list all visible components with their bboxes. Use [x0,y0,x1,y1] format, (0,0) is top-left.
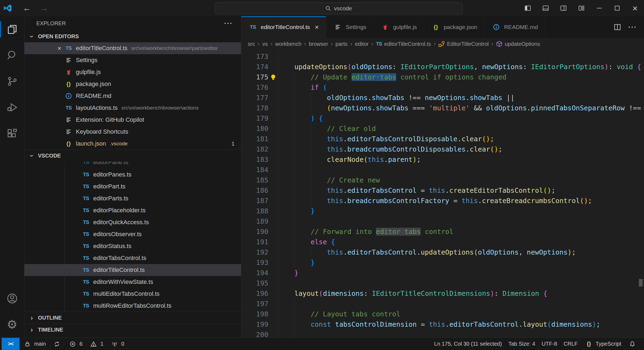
open-editor-item[interactable]: README.md [24,90,241,102]
open-editor-item[interactable]: ×TSeditorTitleControl.tssrc\vs\workbench… [24,42,241,54]
line-number[interactable]: 184 [241,165,268,175]
status-error[interactable]: 6 [65,341,86,347]
breadcrumb-item[interactable]: workbench [275,41,301,47]
toggle-panel-icon[interactable] [537,0,555,16]
code-line[interactable]: 200 [241,330,644,338]
line-number[interactable]: 179 [241,113,268,124]
split-editor-icon[interactable] [614,23,621,31]
remote-indicator[interactable]: >< [2,338,20,350]
code-line[interactable]: 185// Create new [241,175,644,185]
editor-tab[interactable]: Settings [326,16,373,38]
file-tree-item[interactable]: TSeditorStatus.ts [24,240,241,252]
code-line[interactable]: 198// Layout tabs control [241,309,644,319]
lightbulb-icon[interactable] [270,74,277,81]
close-icon[interactable]: × [55,44,64,53]
code-line[interactable]: 192this.editorTabsControl.updateOptions(… [241,247,644,258]
breadcrumb-item[interactable]: src [248,41,255,47]
code-line[interactable]: 184 [241,165,644,175]
code-line[interactable]: 179) { [241,113,644,124]
open-editor-item[interactable]: Settings [24,54,241,66]
toggle-secondary-sidebar-icon[interactable] [555,0,572,16]
open-editor-item[interactable]: Extension: GitHub Copilot [24,114,241,126]
activity-search[interactable] [0,42,24,68]
file-tree-item[interactable]: TSmultiRowEditorTabsControl.ts [24,300,241,312]
breadcrumb-item[interactable]: updateOptions [496,41,540,47]
line-number[interactable]: 185 [241,175,268,185]
status-item[interactable]: Ln 175, Col 30 (11 selected) [431,341,505,347]
file-tree-item[interactable]: TSeditorPane.ts [24,162,241,168]
status-ports[interactable]: 0 [107,341,128,347]
activity-accounts[interactable] [0,285,24,312]
activity-extensions[interactable] [0,120,24,146]
open-editor-item[interactable]: {}package.json [24,78,241,90]
status-warning[interactable]: 1 [86,341,107,347]
editor-tab[interactable]: TSeditorTitleControl.ts× [241,16,326,38]
editor-tab[interactable]: README.md [485,16,545,38]
activity-source-control[interactable] [0,68,24,94]
code-line[interactable]: 195 [241,278,644,288]
open-editor-item[interactable]: {}launch.json.vscode1 [24,138,241,150]
code-line[interactable]: 191else { [241,237,644,247]
code-editor[interactable]: 173174updateOptions(oldOptions: IEditorP… [241,50,644,338]
file-tree-item[interactable]: TSeditorPlaceholder.ts [24,204,241,216]
explorer-more-actions-icon[interactable]: ··· [224,19,233,28]
line-number[interactable]: 178 [241,103,268,113]
line-number[interactable]: 189 [241,216,268,227]
breadcrumb-item[interactable]: parts [336,41,347,47]
open-editor-item[interactable]: TSlayoutActions.tssrc\vs\workbench\brows… [24,102,241,114]
code-line[interactable]: 174updateOptions(oldOptions: IEditorPart… [241,62,644,72]
code-line[interactable]: 199const tabsControlDimension = this.edi… [241,319,644,330]
command-center-search[interactable]: vscode [215,2,463,14]
file-tree-item[interactable]: TSeditorsObserver.ts [24,228,241,240]
more-editor-actions-icon[interactable]: ··· [628,23,637,31]
close-button[interactable]: × [626,0,644,16]
line-number[interactable]: 192 [241,247,268,258]
open-editor-item[interactable]: Keyboard Shortcuts [24,126,241,138]
code-line[interactable]: 196layout(dimensions: IEditorTitleContro… [241,288,644,299]
line-number[interactable]: 173 [241,52,268,62]
breadcrumb-item[interactable]: TSeditorTitleControl.ts [376,41,431,47]
customize-layout-icon[interactable] [572,0,590,16]
line-number[interactable]: 191 [241,237,268,247]
file-tree-item[interactable]: TSeditorPart.ts [24,181,241,192]
status-item[interactable]: UTF-8 [539,341,561,347]
code-line[interactable]: 182this.breadcrumbsControlDisposables.cl… [241,144,644,155]
code-line[interactable]: 175// Update editor·tabs control if opti… [241,72,644,82]
activity-settings-gear[interactable]: ⚙ [0,312,24,338]
file-tree-item[interactable]: TSeditorQuickAccess.ts [24,216,241,228]
open-editor-item[interactable]: gulpfile.js [24,66,241,78]
editor-tab[interactable]: gulpfile.js [373,16,424,38]
editor-tab[interactable]: {}package.json [424,16,485,38]
breadcrumb-item[interactable]: browser [309,41,328,47]
toggle-primary-sidebar-icon[interactable] [519,0,537,16]
breadcrumb-item[interactable]: editor [355,41,369,47]
maximize-button[interactable] [608,0,626,16]
status-item[interactable]: Tab Size: 4 [505,341,539,347]
file-tree-item[interactable]: TSeditorTabsControl.ts [24,252,241,264]
line-number[interactable]: 190 [241,227,268,237]
outline-section-header[interactable]: › OUTLINE [24,312,241,324]
line-number[interactable]: 176 [241,82,268,93]
code-line[interactable]: 183clearNode(this.parent); [241,155,644,165]
line-number[interactable]: 187 [241,196,268,206]
code-line[interactable]: 187this.breadcrumbsControlFactory = this… [241,196,644,206]
breadcrumb-item[interactable]: vs [262,41,268,47]
code-line[interactable]: 186this.editorTabsControl = this.createE… [241,185,644,196]
open-editors-header[interactable]: › OPEN EDITORS [24,30,241,42]
line-number[interactable]: 193 [241,258,268,268]
breadcrumb-item[interactable]: EditorTitleControl [438,41,489,47]
timeline-section-header[interactable]: › TIMELINE [24,324,241,336]
code-line[interactable]: 173 [241,52,644,62]
back-arrow-icon[interactable]: ← [23,4,31,13]
forward-arrow-icon[interactable]: → [40,4,48,13]
line-number[interactable]: 174 [241,62,268,72]
line-number[interactable]: 194 [241,268,268,278]
code-line[interactable]: 197 [241,299,644,309]
line-number[interactable]: 181 [241,134,268,144]
status-sync[interactable] [49,341,65,347]
line-number[interactable]: 175 [241,72,268,82]
code-line[interactable]: 190// Forward into editor tabs control [241,227,644,237]
line-number[interactable]: 180 [241,124,268,134]
code-line[interactable]: 178(newOptions.showTabs === 'multiple' &… [241,103,644,113]
folder-section-header[interactable]: › VSCODE [24,150,241,162]
